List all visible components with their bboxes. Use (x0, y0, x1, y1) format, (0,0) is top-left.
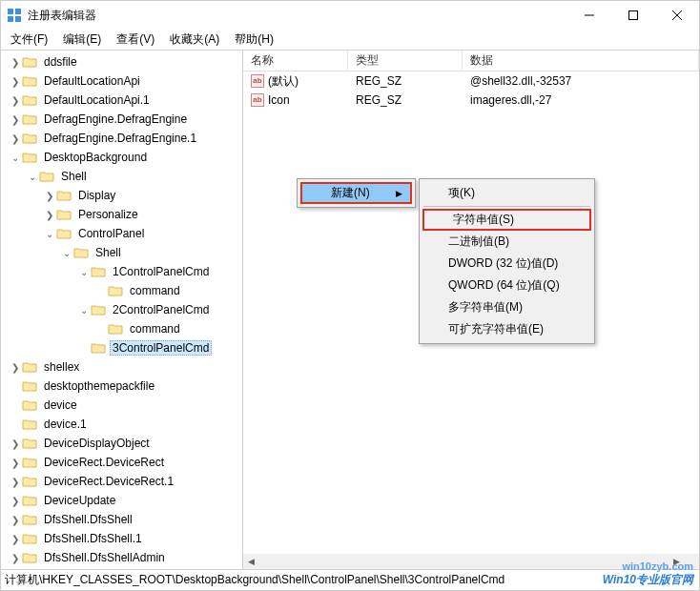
tree-node[interactable]: ❯DefaultLocationApi (1, 71, 242, 91)
value-name: (默认) (268, 74, 299, 88)
value-data: imageres.dll,-27 (463, 93, 699, 107)
tree-node[interactable]: ❯DefragEngine.DefragEngine (1, 110, 242, 129)
expand-icon[interactable]: ❯ (9, 76, 22, 87)
tree-node[interactable]: desktopthemepackfile (1, 377, 242, 396)
expand-icon[interactable]: ⌄ (60, 248, 73, 258)
cm-string[interactable]: 字符串值(S) (422, 209, 591, 231)
expand-icon[interactable]: ⌄ (43, 229, 56, 239)
expand-icon[interactable]: ⌄ (77, 267, 91, 277)
string-value-icon: ab (251, 93, 264, 107)
context-submenu[interactable]: 项(K) 字符串值(S) 二进制值(B) DWORD (32 位)值(D) QW… (419, 178, 595, 344)
tree-node[interactable]: command (1, 281, 242, 300)
list-row[interactable]: ab(默认)REG_SZ@shell32.dll,-32537 (243, 71, 699, 91)
menu-help[interactable]: 帮助(H) (227, 30, 281, 50)
tree-label: Shell (58, 169, 90, 184)
cm-key[interactable]: 项(K) (420, 182, 594, 204)
tree-pane[interactable]: ❯ddsfile❯DefaultLocationApi❯DefaultLocat… (1, 51, 243, 569)
menu-favorites[interactable]: 收藏夹(A) (162, 30, 227, 50)
tree-label: DefaultLocationApi.1 (41, 92, 153, 108)
scroll-corner (684, 554, 699, 569)
context-menu[interactable]: 新建(N) ▶ (297, 178, 416, 208)
tree-label: DefragEngine.DefragEngine (41, 112, 190, 127)
tree-node[interactable]: device (1, 396, 242, 415)
titlebar: 注册表编辑器 (1, 1, 699, 30)
tree-label: DfsShell.DfsShell (41, 512, 135, 527)
tree-label: ControlPanel (75, 226, 147, 241)
tree-node[interactable]: ❯DeviceUpdate (1, 491, 242, 510)
tree-node[interactable]: ❯DeviceRect.DeviceRect (1, 453, 242, 472)
scroll-track[interactable] (258, 554, 669, 569)
expand-icon[interactable]: ❯ (9, 438, 22, 449)
tree-node[interactable]: ❯DfsShell.DfsShell (1, 510, 242, 529)
tree-label: DesktopBackground (41, 150, 150, 165)
tree-node[interactable]: ⌄Shell (1, 243, 242, 262)
expand-icon[interactable]: ⌄ (9, 153, 22, 163)
tree-node[interactable]: ❯Display (1, 186, 242, 205)
tree-node[interactable]: device.1 (1, 415, 242, 434)
cm-multi[interactable]: 多字符串值(M) (420, 296, 594, 318)
expand-icon[interactable]: ❯ (9, 515, 22, 525)
col-data[interactable]: 数据 (463, 51, 699, 71)
cm-binary[interactable]: 二进制值(B) (420, 231, 594, 253)
tree-node[interactable]: ⌄Shell (1, 167, 242, 186)
expand-icon[interactable]: ⌄ (77, 305, 91, 316)
status-path: 计算机\HKEY_CLASSES_ROOT\DesktopBackground\… (5, 572, 504, 588)
cm-qword[interactable]: QWORD (64 位)值(Q) (420, 275, 594, 296)
window-title: 注册表编辑器 (28, 8, 567, 24)
tree-node[interactable]: ❯DeviceRect.DeviceRect.1 (1, 472, 242, 491)
expand-icon[interactable]: ❯ (9, 114, 22, 125)
expand-icon[interactable]: ❯ (9, 133, 22, 144)
tree-node[interactable]: ⌄DesktopBackground (1, 148, 242, 167)
tree-label: 2ControlPanelCmd (110, 302, 212, 317)
maximize-button[interactable] (611, 1, 655, 30)
tree-node[interactable]: command (1, 319, 242, 338)
tree-node[interactable]: ❯Personalize (1, 205, 242, 224)
list-row[interactable]: abIconREG_SZimageres.dll,-27 (243, 91, 699, 110)
expand-icon[interactable]: ❯ (9, 496, 22, 506)
expand-icon[interactable]: ❯ (9, 534, 22, 544)
tree-node[interactable]: ❯DfsShell.DfsShell.1 (1, 529, 242, 548)
expand-icon[interactable]: ❯ (9, 95, 22, 106)
tree-node[interactable]: ❯ddsfile (1, 52, 242, 71)
svg-rect-0 (8, 9, 13, 14)
tree-label: device (41, 397, 80, 413)
cm-new[interactable]: 新建(N) ▶ (300, 182, 412, 204)
tree-node[interactable]: ❯DfsShell.DfsShellAdmin (1, 548, 242, 567)
expand-icon[interactable]: ❯ (43, 191, 56, 201)
tree-node[interactable]: 3ControlPanelCmd (1, 338, 242, 357)
close-button[interactable] (655, 1, 699, 30)
cm-expand[interactable]: 可扩充字符串值(E) (420, 318, 594, 340)
expand-icon[interactable]: ⌄ (26, 172, 39, 182)
scroll-right-button[interactable]: ▶ (669, 554, 684, 569)
expand-icon[interactable]: ❯ (9, 477, 22, 487)
col-name[interactable]: 名称 (243, 51, 348, 71)
tree-node[interactable]: ⌄2ControlPanelCmd (1, 300, 242, 319)
tree-node[interactable]: ❯DefragEngine.DefragEngine.1 (1, 129, 242, 148)
expand-icon[interactable]: ❯ (9, 458, 22, 468)
expand-icon[interactable]: ❯ (9, 553, 22, 563)
menu-file[interactable]: 文件(F) (3, 30, 55, 50)
menu-edit[interactable]: 编辑(E) (55, 30, 109, 50)
scroll-left-button[interactable]: ◀ (243, 554, 258, 569)
list-header: 名称 类型 数据 (243, 51, 699, 71)
tree-node[interactable]: ⌄ControlPanel (1, 224, 242, 243)
tree-label: DeviceDisplayObject (41, 436, 153, 451)
string-value-icon: ab (251, 74, 264, 88)
cm-new-label: 新建(N) (331, 185, 370, 201)
tree-label: command (127, 321, 183, 336)
tree-node[interactable]: ❯DefaultLocationApi.1 (1, 91, 242, 110)
tree-node[interactable]: ❯DeviceDisplayObject (1, 434, 242, 453)
h-scrollbar[interactable]: ◀ ▶ (243, 554, 684, 569)
tree-node[interactable]: ❯shellex (1, 357, 242, 377)
tree-node[interactable]: ⌄1ControlPanelCmd (1, 262, 242, 281)
expand-icon[interactable]: ❯ (9, 57, 22, 68)
minimize-button[interactable] (567, 1, 611, 30)
cm-dword[interactable]: DWORD (32 位)值(D) (420, 253, 594, 275)
tree-label: shellex (41, 359, 82, 375)
tree-label: 1ControlPanelCmd (110, 264, 212, 279)
menu-view[interactable]: 查看(V) (109, 30, 162, 50)
col-type[interactable]: 类型 (348, 51, 463, 71)
statusbar: 计算机\HKEY_CLASSES_ROOT\DesktopBackground\… (1, 569, 699, 590)
expand-icon[interactable]: ❯ (43, 210, 56, 220)
expand-icon[interactable]: ❯ (9, 362, 22, 373)
